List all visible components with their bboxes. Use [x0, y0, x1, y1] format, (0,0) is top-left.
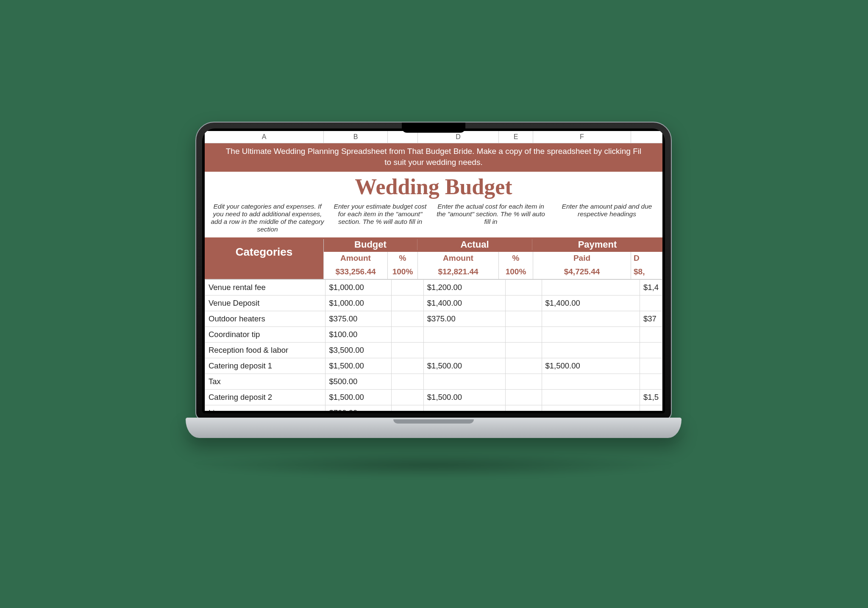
cell-category[interactable]: Coordinator tip — [205, 327, 326, 343]
totals-row: $33,256.44 100% $12,821.44 100% $4,725.4… — [205, 265, 662, 279]
cell-actual-amount[interactable] — [423, 327, 506, 343]
cell-actual-percent[interactable] — [506, 405, 542, 411]
cell-actual-amount[interactable]: $1,500.00 — [423, 390, 506, 405]
col-header-D[interactable]: D — [418, 131, 499, 143]
cell-due[interactable] — [640, 358, 662, 374]
cell-actual-amount[interactable] — [423, 405, 506, 411]
cell-budget-amount[interactable]: $1,000.00 — [326, 280, 392, 296]
column-letter-row: A B D E F — [205, 131, 662, 143]
group-header-actual: Actual — [417, 239, 532, 250]
total-actual-amount: $12,821.44 — [418, 265, 499, 279]
group-header-payment: Payment — [532, 239, 662, 250]
cell-actual-amount[interactable] — [423, 343, 506, 358]
total-due-partial: $8, — [631, 265, 662, 279]
cell-paid[interactable] — [542, 374, 640, 390]
cell-category[interactable]: Catering deposit 1 — [205, 358, 326, 374]
col-header-rest[interactable] — [631, 131, 662, 143]
cell-due[interactable] — [640, 343, 662, 358]
cell-budget-percent[interactable] — [392, 343, 424, 358]
col-header-E[interactable]: E — [499, 131, 533, 143]
table-row: Coordinator tip$100.00 — [205, 327, 662, 343]
cell-budget-amount[interactable]: $100.00 — [326, 327, 392, 343]
banner-line-2: to suit your wedding needs. — [384, 158, 482, 167]
subhead-budget-percent: % — [388, 252, 418, 265]
cell-budget-percent[interactable] — [392, 390, 424, 405]
cell-actual-amount[interactable]: $1,400.00 — [423, 296, 506, 311]
instruction-payment: Enter the amount paid and due respective… — [551, 203, 662, 233]
cell-paid[interactable]: $1,400.00 — [542, 296, 640, 311]
col-header-A[interactable]: A — [205, 131, 324, 143]
screen: A B D E F The Ultimate Wedding Planning … — [205, 131, 662, 411]
subhead-due-partial: D — [631, 252, 662, 265]
cell-budget-percent[interactable] — [392, 280, 424, 296]
cell-budget-percent[interactable] — [392, 405, 424, 411]
cell-category[interactable]: Tax — [205, 374, 326, 390]
group-header-budget: Budget — [324, 239, 417, 250]
cell-category[interactable]: Venue Deposit — [205, 296, 326, 311]
cell-paid[interactable] — [542, 343, 640, 358]
cell-paid[interactable] — [542, 390, 640, 405]
cell-category[interactable]: Reception food & labor — [205, 343, 326, 358]
cell-due[interactable] — [640, 374, 662, 390]
cell-due[interactable] — [640, 405, 662, 411]
cell-paid[interactable] — [542, 405, 640, 411]
table-row: Catering deposit 2$1,500.00$1,500.00$1,5 — [205, 390, 662, 405]
table-row: Venue rental fee$1,000.00$1,200.00$1,4 — [205, 280, 662, 296]
instructions-row: Edit your categories and expenses. If yo… — [205, 200, 662, 237]
cell-category[interactable]: Linens — [205, 405, 326, 411]
cell-budget-amount[interactable]: $500.00 — [326, 374, 392, 390]
cell-budget-percent[interactable] — [392, 311, 424, 327]
cell-category[interactable]: Venue rental fee — [205, 280, 326, 296]
cell-actual-percent[interactable] — [506, 390, 542, 405]
cell-budget-percent[interactable] — [392, 358, 424, 374]
table-row: Outdoor heaters$375.00$375.00$37 — [205, 311, 662, 327]
cell-budget-amount[interactable]: $375.00 — [326, 311, 392, 327]
cell-budget-percent[interactable] — [392, 296, 424, 311]
subhead-actual-percent: % — [499, 252, 533, 265]
col-header-B[interactable]: B — [324, 131, 388, 143]
cell-category[interactable]: Catering deposit 2 — [205, 390, 326, 405]
cell-paid[interactable] — [542, 327, 640, 343]
cell-due[interactable]: $37 — [640, 311, 662, 327]
table-row: Catering deposit 1$1,500.00$1,500.00$1,5… — [205, 358, 662, 374]
info-banner: The Ultimate Wedding Planning Spreadshee… — [205, 143, 662, 172]
cell-actual-amount[interactable]: $1,200.00 — [423, 280, 506, 296]
cell-budget-amount[interactable]: $1,000.00 — [326, 296, 392, 311]
cell-actual-percent[interactable] — [506, 327, 542, 343]
cell-category[interactable]: Outdoor heaters — [205, 311, 326, 327]
cell-budget-percent[interactable] — [392, 327, 424, 343]
cell-actual-percent[interactable] — [506, 311, 542, 327]
cell-actual-percent[interactable] — [506, 343, 542, 358]
cell-due[interactable] — [640, 327, 662, 343]
total-actual-percent: 100% — [499, 265, 533, 279]
banner-line-1: The Ultimate Wedding Planning Spreadshee… — [226, 147, 641, 156]
cell-budget-amount[interactable]: $1,500.00 — [326, 358, 392, 374]
cell-budget-percent[interactable] — [392, 374, 424, 390]
laptop-base — [186, 418, 682, 438]
cell-due[interactable]: $1,4 — [640, 280, 662, 296]
cell-actual-amount[interactable] — [423, 374, 506, 390]
cell-due[interactable]: $1,5 — [640, 390, 662, 405]
col-header-F[interactable]: F — [533, 131, 631, 143]
subhead-paid: Paid — [533, 252, 631, 265]
cell-actual-amount[interactable]: $1,500.00 — [423, 358, 506, 374]
cell-actual-percent[interactable] — [506, 358, 542, 374]
cell-budget-amount[interactable]: $1,500.00 — [326, 390, 392, 405]
cell-budget-amount[interactable]: $700.00 — [326, 405, 392, 411]
table-row: Reception food & labor$3,500.00 — [205, 343, 662, 358]
cell-actual-percent[interactable] — [506, 296, 542, 311]
cell-actual-percent[interactable] — [506, 280, 542, 296]
sub-header-row: Categories Amount % Amount % Paid D — [205, 252, 662, 265]
cell-due[interactable] — [640, 296, 662, 311]
col-header-C-hidden[interactable] — [388, 131, 418, 143]
subhead-actual-amount: Amount — [418, 252, 499, 265]
cell-budget-amount[interactable]: $3,500.00 — [326, 343, 392, 358]
camera-notch — [402, 123, 465, 133]
cell-actual-amount[interactable]: $375.00 — [423, 311, 506, 327]
cell-paid[interactable]: $1,500.00 — [542, 358, 640, 374]
cell-paid[interactable] — [542, 311, 640, 327]
table-row: Linens$700.00 — [205, 405, 662, 411]
cell-actual-percent[interactable] — [506, 374, 542, 390]
cell-paid[interactable] — [542, 280, 640, 296]
table-row: Venue Deposit$1,000.00$1,400.00$1,400.00 — [205, 296, 662, 311]
